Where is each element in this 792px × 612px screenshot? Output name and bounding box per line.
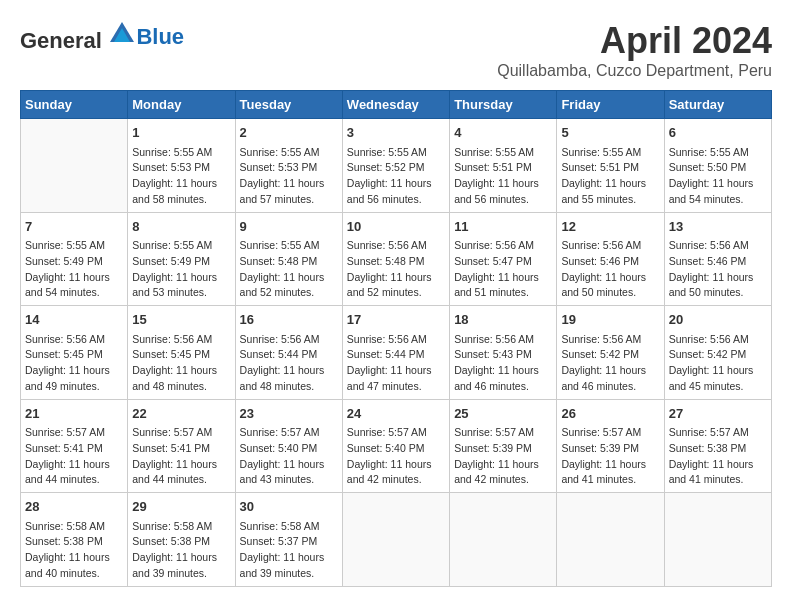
day-header-tuesday: Tuesday bbox=[235, 91, 342, 119]
day-info: Sunset: 5:42 PM bbox=[561, 347, 659, 363]
day-info: Daylight: 11 hours bbox=[561, 363, 659, 379]
day-info: Sunrise: 5:56 AM bbox=[561, 238, 659, 254]
day-info: Sunrise: 5:56 AM bbox=[25, 332, 123, 348]
day-info: and 45 minutes. bbox=[669, 379, 767, 395]
calendar-cell: 13Sunrise: 5:56 AMSunset: 5:46 PMDayligh… bbox=[664, 212, 771, 306]
day-info: and 44 minutes. bbox=[132, 472, 230, 488]
day-number: 24 bbox=[347, 404, 445, 424]
calendar-cell: 15Sunrise: 5:56 AMSunset: 5:45 PMDayligh… bbox=[128, 306, 235, 400]
day-number: 10 bbox=[347, 217, 445, 237]
title-block: April 2024 Quillabamba, Cuzco Department… bbox=[497, 20, 772, 80]
day-info: and 46 minutes. bbox=[561, 379, 659, 395]
day-number: 4 bbox=[454, 123, 552, 143]
calendar-week-5: 28Sunrise: 5:58 AMSunset: 5:38 PMDayligh… bbox=[21, 493, 772, 587]
day-info: Sunrise: 5:56 AM bbox=[454, 238, 552, 254]
day-info: Sunrise: 5:55 AM bbox=[132, 145, 230, 161]
day-info: Daylight: 11 hours bbox=[25, 363, 123, 379]
calendar-header-row: SundayMondayTuesdayWednesdayThursdayFrid… bbox=[21, 91, 772, 119]
day-number: 8 bbox=[132, 217, 230, 237]
day-number: 5 bbox=[561, 123, 659, 143]
calendar-week-1: 1Sunrise: 5:55 AMSunset: 5:53 PMDaylight… bbox=[21, 119, 772, 213]
calendar-cell: 30Sunrise: 5:58 AMSunset: 5:37 PMDayligh… bbox=[235, 493, 342, 587]
day-number: 16 bbox=[240, 310, 338, 330]
day-info: Sunrise: 5:56 AM bbox=[669, 238, 767, 254]
day-info: Sunset: 5:53 PM bbox=[240, 160, 338, 176]
day-info: Sunrise: 5:56 AM bbox=[561, 332, 659, 348]
day-number: 15 bbox=[132, 310, 230, 330]
day-header-saturday: Saturday bbox=[664, 91, 771, 119]
day-number: 6 bbox=[669, 123, 767, 143]
day-info: Sunrise: 5:55 AM bbox=[25, 238, 123, 254]
day-info: and 42 minutes. bbox=[454, 472, 552, 488]
day-info: and 52 minutes. bbox=[240, 285, 338, 301]
day-header-thursday: Thursday bbox=[450, 91, 557, 119]
day-info: Sunset: 5:38 PM bbox=[25, 534, 123, 550]
day-number: 9 bbox=[240, 217, 338, 237]
calendar-cell: 29Sunrise: 5:58 AMSunset: 5:38 PMDayligh… bbox=[128, 493, 235, 587]
day-number: 12 bbox=[561, 217, 659, 237]
day-info: Daylight: 11 hours bbox=[347, 270, 445, 286]
day-info: Sunrise: 5:55 AM bbox=[240, 145, 338, 161]
day-number: 26 bbox=[561, 404, 659, 424]
day-number: 3 bbox=[347, 123, 445, 143]
calendar-cell: 16Sunrise: 5:56 AMSunset: 5:44 PMDayligh… bbox=[235, 306, 342, 400]
day-number: 19 bbox=[561, 310, 659, 330]
day-info: Sunset: 5:44 PM bbox=[347, 347, 445, 363]
day-info: and 41 minutes. bbox=[561, 472, 659, 488]
day-info: Sunset: 5:39 PM bbox=[454, 441, 552, 457]
day-number: 25 bbox=[454, 404, 552, 424]
day-info: and 54 minutes. bbox=[25, 285, 123, 301]
day-info: Sunrise: 5:56 AM bbox=[347, 332, 445, 348]
day-info: Sunset: 5:41 PM bbox=[132, 441, 230, 457]
day-info: Daylight: 11 hours bbox=[132, 550, 230, 566]
day-info: Daylight: 11 hours bbox=[25, 270, 123, 286]
calendar-cell bbox=[664, 493, 771, 587]
day-info: Sunrise: 5:58 AM bbox=[240, 519, 338, 535]
day-info: Sunrise: 5:56 AM bbox=[347, 238, 445, 254]
day-info: and 50 minutes. bbox=[561, 285, 659, 301]
day-info: Sunrise: 5:57 AM bbox=[454, 425, 552, 441]
day-info: Sunset: 5:45 PM bbox=[25, 347, 123, 363]
day-info: Sunset: 5:45 PM bbox=[132, 347, 230, 363]
day-info: Sunset: 5:42 PM bbox=[669, 347, 767, 363]
day-info: Daylight: 11 hours bbox=[132, 176, 230, 192]
calendar-week-2: 7Sunrise: 5:55 AMSunset: 5:49 PMDaylight… bbox=[21, 212, 772, 306]
day-info: Daylight: 11 hours bbox=[240, 176, 338, 192]
day-info: Sunset: 5:46 PM bbox=[669, 254, 767, 270]
day-info: Sunset: 5:40 PM bbox=[240, 441, 338, 457]
day-info: Sunrise: 5:55 AM bbox=[669, 145, 767, 161]
day-info: Sunrise: 5:58 AM bbox=[25, 519, 123, 535]
calendar-cell bbox=[557, 493, 664, 587]
day-info: and 56 minutes. bbox=[347, 192, 445, 208]
calendar-cell: 7Sunrise: 5:55 AMSunset: 5:49 PMDaylight… bbox=[21, 212, 128, 306]
day-info: and 46 minutes. bbox=[454, 379, 552, 395]
day-number: 13 bbox=[669, 217, 767, 237]
day-info: Sunrise: 5:56 AM bbox=[454, 332, 552, 348]
day-number: 21 bbox=[25, 404, 123, 424]
day-info: Sunrise: 5:55 AM bbox=[132, 238, 230, 254]
day-info: Sunrise: 5:57 AM bbox=[561, 425, 659, 441]
day-header-wednesday: Wednesday bbox=[342, 91, 449, 119]
day-info: Daylight: 11 hours bbox=[454, 363, 552, 379]
day-number: 20 bbox=[669, 310, 767, 330]
calendar-week-3: 14Sunrise: 5:56 AMSunset: 5:45 PMDayligh… bbox=[21, 306, 772, 400]
day-info: Daylight: 11 hours bbox=[132, 457, 230, 473]
day-info: and 58 minutes. bbox=[132, 192, 230, 208]
day-number: 11 bbox=[454, 217, 552, 237]
page-title: April 2024 bbox=[497, 20, 772, 62]
day-number: 23 bbox=[240, 404, 338, 424]
calendar-cell: 2Sunrise: 5:55 AMSunset: 5:53 PMDaylight… bbox=[235, 119, 342, 213]
logo-text: General bbox=[20, 20, 136, 54]
day-info: Sunset: 5:49 PM bbox=[25, 254, 123, 270]
day-info: Daylight: 11 hours bbox=[132, 363, 230, 379]
day-info: and 51 minutes. bbox=[454, 285, 552, 301]
day-number: 1 bbox=[132, 123, 230, 143]
day-info: Sunrise: 5:55 AM bbox=[240, 238, 338, 254]
day-info: Sunrise: 5:56 AM bbox=[132, 332, 230, 348]
calendar-cell: 3Sunrise: 5:55 AMSunset: 5:52 PMDaylight… bbox=[342, 119, 449, 213]
calendar-cell: 22Sunrise: 5:57 AMSunset: 5:41 PMDayligh… bbox=[128, 399, 235, 493]
day-info: Sunset: 5:52 PM bbox=[347, 160, 445, 176]
day-info: Sunset: 5:46 PM bbox=[561, 254, 659, 270]
calendar-cell: 27Sunrise: 5:57 AMSunset: 5:38 PMDayligh… bbox=[664, 399, 771, 493]
day-info: and 42 minutes. bbox=[347, 472, 445, 488]
